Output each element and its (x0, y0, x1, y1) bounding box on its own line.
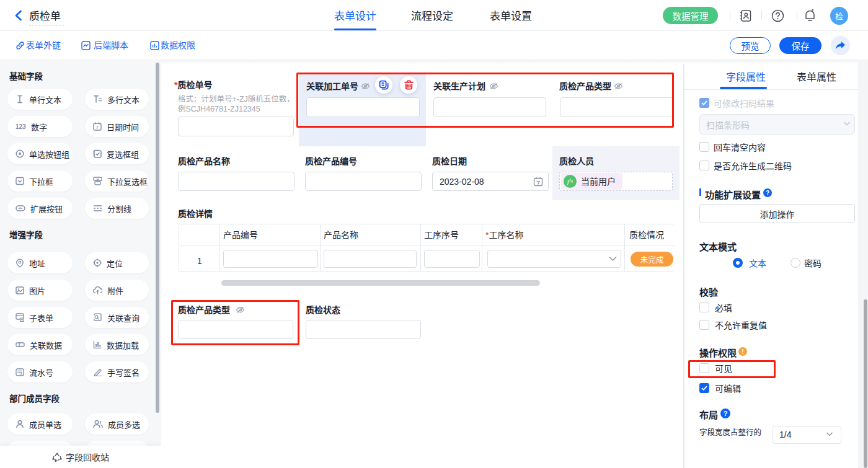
svg-text:123: 123 (16, 123, 26, 130)
svg-text:7: 7 (96, 125, 99, 130)
